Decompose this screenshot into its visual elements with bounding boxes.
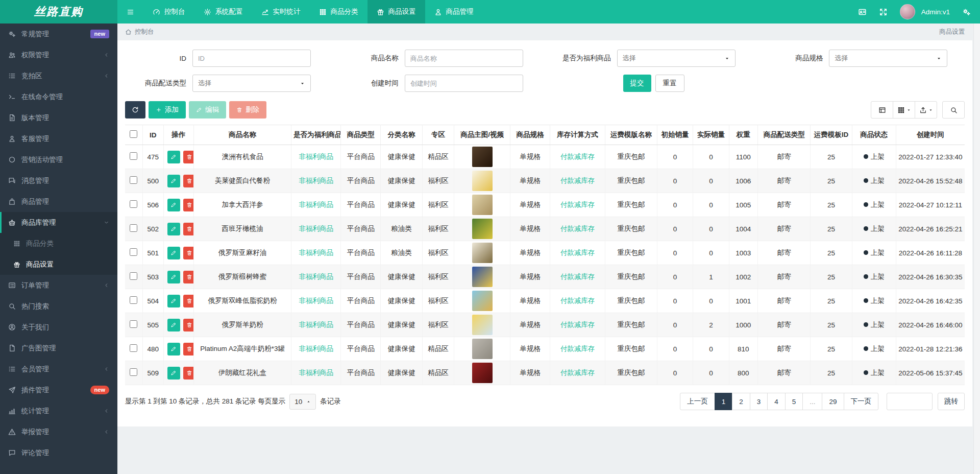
page-item-4[interactable]: 4 — [767, 393, 786, 410]
sidebar-item-auction[interactable]: 竞拍区 — [0, 65, 117, 86]
profile-card-button[interactable] — [858, 8, 867, 16]
row-checkbox[interactable] — [130, 320, 137, 328]
avatar[interactable] — [900, 4, 915, 19]
row-checkbox[interactable] — [130, 344, 137, 352]
row-delete-button[interactable] — [183, 343, 194, 356]
row-delete-button[interactable] — [183, 295, 194, 307]
pagination-info-suffix: 条记录 — [320, 397, 341, 406]
breadcrumb-left[interactable]: 控制台 — [125, 28, 154, 36]
page-item-29[interactable]: 29 — [822, 393, 844, 410]
reset-button[interactable]: 重置 — [655, 75, 684, 92]
sidebar-item-version[interactable]: 版本管理 — [0, 107, 117, 128]
sidebar-item-permission[interactable]: 权限管理 — [0, 44, 117, 65]
row-delete-button[interactable] — [183, 223, 194, 235]
jump-page-input[interactable] — [887, 393, 933, 410]
row-edit-button[interactable] — [167, 151, 180, 163]
cell-welfare: 非福利商品 — [291, 313, 341, 337]
row-delete-button[interactable] — [183, 271, 194, 283]
row-checkbox[interactable] — [130, 200, 137, 208]
page-item-2[interactable]: 2 — [732, 393, 750, 410]
row-edit-button[interactable] — [167, 319, 180, 331]
nav-item-product-settings[interactable]: 商品设置 — [368, 0, 425, 23]
page-item-下一页[interactable]: 下一页 — [844, 393, 879, 410]
sidebar-item-about[interactable]: 关于我们 — [0, 317, 117, 338]
submit-button[interactable]: 提交 — [623, 75, 651, 92]
row-edit-button[interactable] — [167, 199, 180, 211]
row-delete-button[interactable] — [183, 175, 194, 187]
sidebar-item-online-cmd[interactable]: 在线命令管理 — [0, 86, 117, 107]
sidebar-item-product-category[interactable]: 商品分类 — [0, 233, 117, 254]
filter-select-welfare[interactable]: 选择 — [617, 50, 736, 67]
sidebar-item-order[interactable]: 订单管理 — [0, 275, 117, 296]
cell-status: 上架 — [852, 313, 896, 337]
sidebar-item-product-lib[interactable]: 商品库管理 — [0, 212, 117, 233]
profile-card-icon — [858, 8, 867, 16]
sidebar-item-member[interactable]: 会员管理 — [0, 359, 117, 380]
nav-item-system-config[interactable]: 系统配置 — [194, 0, 252, 23]
filter-select-spec[interactable]: 选择 — [829, 50, 947, 67]
row-checkbox[interactable] — [130, 272, 137, 280]
sidebar-item-report[interactable]: 举报管理 — [0, 421, 117, 442]
page-item-上一页[interactable]: 上一页 — [680, 393, 715, 410]
edit-button[interactable]: 编辑 — [189, 101, 226, 118]
row-edit-button[interactable] — [167, 367, 180, 380]
row-edit-button[interactable] — [167, 175, 180, 187]
admin-username[interactable]: Admin:v1 — [921, 8, 950, 16]
fullscreen-button[interactable] — [879, 8, 888, 16]
add-button[interactable]: 添加 — [149, 101, 186, 118]
row-edit-button[interactable] — [167, 295, 180, 307]
sidebar-item-comment[interactable]: 评论管理 — [0, 442, 117, 463]
filter-input-created[interactable] — [405, 75, 523, 92]
page-item-3[interactable]: 3 — [750, 393, 768, 410]
sidebar-item-service[interactable]: 客服管理 — [0, 128, 117, 149]
sidebar-item-plugin[interactable]: 插件管理new — [0, 380, 117, 400]
row-checkbox[interactable] — [130, 176, 137, 184]
nav-item-dashboard[interactable]: 控制台 — [143, 0, 194, 23]
page-size-select[interactable]: 10 — [289, 394, 316, 410]
sidebar-item-hot-search[interactable]: 热门搜索 — [0, 296, 117, 317]
cell-created: 2022-04-26 16:46:00 — [896, 313, 965, 337]
nav-item-product-manage[interactable]: 商品管理 — [425, 0, 483, 23]
trash-icon — [186, 298, 192, 304]
row-checkbox[interactable] — [130, 152, 137, 160]
row-checkbox[interactable] — [130, 296, 137, 304]
detail-view-button[interactable] — [871, 101, 893, 118]
jump-button[interactable]: 跳转 — [938, 393, 965, 410]
sidebar-item-stats[interactable]: 统计管理 — [0, 400, 117, 421]
sidebar-item-general[interactable]: 常规管理new — [0, 23, 117, 44]
row-checkbox[interactable] — [130, 368, 137, 376]
sidebar-toggle-button[interactable] — [117, 0, 143, 23]
search-toggle-button[interactable] — [942, 101, 965, 118]
row-delete-button[interactable] — [183, 199, 194, 211]
row-edit-button[interactable] — [167, 343, 180, 356]
sidebar-item-product[interactable]: 商品管理 — [0, 191, 117, 212]
row-edit-button[interactable] — [167, 247, 180, 259]
nav-item-realtime-stats[interactable]: 实时统计 — [252, 0, 310, 23]
row-delete-button[interactable] — [183, 319, 194, 331]
row-delete-button[interactable] — [183, 367, 194, 380]
sidebar-item-ad-image[interactable]: 广告图管理 — [0, 338, 117, 359]
row-checkbox[interactable] — [130, 224, 137, 232]
filter-input-name[interactable] — [405, 50, 523, 67]
row-edit-button[interactable] — [167, 223, 180, 235]
row-delete-button[interactable] — [183, 247, 194, 259]
delete-button[interactable]: 删除 — [229, 101, 266, 118]
sidebar-item-message[interactable]: 消息管理 — [0, 170, 117, 191]
nav-item-product-category[interactable]: 商品分类 — [310, 0, 368, 23]
scrollbar-track[interactable] — [973, 23, 980, 474]
row-edit-button[interactable] — [167, 271, 180, 283]
row-checkbox[interactable] — [130, 248, 137, 256]
select-all-checkbox[interactable] — [130, 130, 137, 138]
refresh-button[interactable] — [125, 101, 145, 118]
page-item-5[interactable]: 5 — [785, 393, 803, 410]
filter-select-delivery[interactable]: 选择 — [192, 75, 311, 92]
export-button[interactable] — [915, 101, 937, 118]
row-delete-button[interactable] — [183, 151, 194, 163]
filter-input-id[interactable] — [192, 50, 311, 67]
settings-cogs-button[interactable] — [962, 8, 971, 16]
columns-button[interactable] — [893, 101, 915, 118]
sidebar-item-marketing[interactable]: 营销活动管理 — [0, 149, 117, 170]
sidebar-item-product-settings[interactable]: 商品设置 — [0, 254, 117, 275]
column-template-id: 运费模板ID — [811, 125, 852, 145]
page-item-1[interactable]: 1 — [715, 393, 733, 410]
